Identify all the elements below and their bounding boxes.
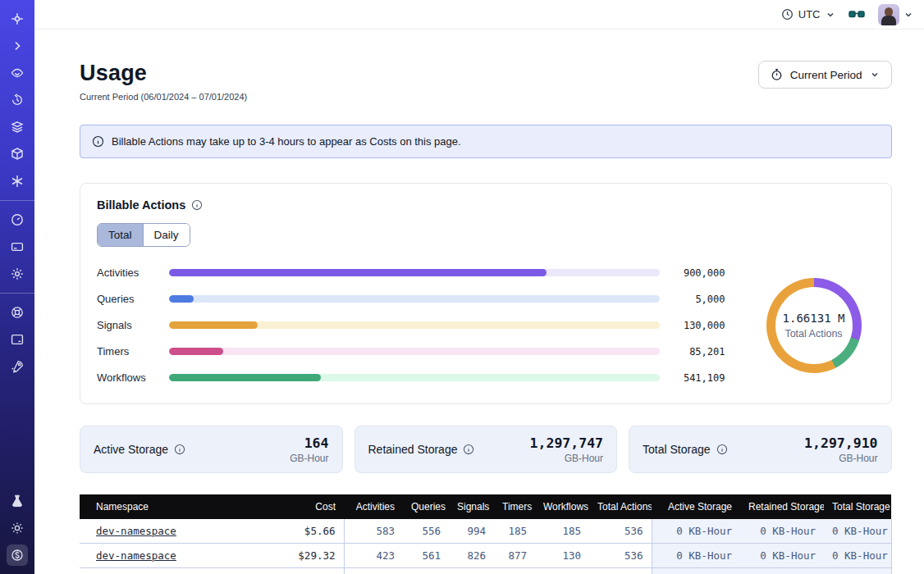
timezone-selector[interactable]: UTC — [781, 8, 835, 20]
bar-label: Signals — [97, 319, 169, 331]
nexus-asterisk-icon[interactable] — [7, 171, 28, 192]
info-icon[interactable] — [191, 199, 203, 211]
cell-retained-storage: 0 KB-Hour — [740, 544, 824, 568]
cell-timers: 816 — [494, 568, 535, 574]
bar-track — [169, 269, 660, 276]
workflows-cube-icon[interactable] — [7, 144, 28, 165]
cell-activities: 423 — [344, 544, 403, 568]
cell-total-storage: 0 KB-Hour — [824, 519, 891, 544]
stat-label: Active Storage — [94, 443, 168, 456]
bar-label: Workflows — [97, 371, 169, 384]
page-content: Usage Current Period (06/01/2024 – 07/01… — [34, 30, 924, 574]
usage-gauge-icon[interactable] — [7, 209, 28, 230]
cell-active-storage: 0 KB-Hour — [652, 519, 740, 544]
bar-value: 130,000 — [660, 320, 725, 331]
bar-row: Signals130,000 — [97, 319, 725, 331]
labs-flask-icon[interactable] — [7, 490, 28, 512]
cell-timers: 185 — [494, 519, 535, 544]
cell-signals: 826 — [449, 544, 494, 568]
bar-value: 541,109 — [660, 372, 725, 384]
support-lifebuoy-icon[interactable] — [7, 302, 28, 323]
cell-queries: 536 — [403, 568, 449, 574]
cell-namespace: dev-namespace — [80, 544, 286, 568]
billing-card-icon[interactable] — [7, 236, 28, 257]
billable-actions-chart: Activities900,000Queries5,000Signals130,… — [97, 266, 875, 384]
chevron-down-icon — [826, 10, 835, 20]
donut-chart: 1.66131 M Total Actions — [763, 275, 865, 376]
billable-actions-card: Billable Actions Total Daily Activities9… — [80, 183, 892, 404]
column-header: Namespace — [80, 494, 286, 519]
avatar-head — [885, 7, 893, 16]
column-header: Workflows — [535, 494, 589, 519]
cell-active-storage: 0 KB-Hour — [652, 568, 740, 574]
bar-value: 5,000 — [660, 294, 725, 305]
stat-label: Retained Storage — [368, 443, 458, 456]
bar-fill — [169, 295, 194, 303]
cell-total-actions: 130 — [589, 568, 652, 574]
column-header: Activities — [344, 494, 403, 519]
cell-total-storage: 0 KB-Hour — [824, 544, 891, 568]
cell-timers: 877 — [494, 544, 535, 568]
collapse-chevron-icon[interactable] — [7, 35, 28, 57]
cell-queries: 561 — [403, 544, 449, 568]
bar-label: Timers — [97, 345, 169, 358]
chevron-down-icon — [903, 10, 913, 20]
bar-value: 85,201 — [660, 346, 725, 358]
bar-fill — [169, 321, 258, 329]
usage-dollar-icon[interactable] — [7, 544, 28, 566]
app-root: UTC Usage Current Period (06/01/2024 – 0… — [0, 0, 924, 574]
cell-cost: $29.32 — [286, 544, 344, 568]
period-subtitle: Current Period (06/01/2024 – 07/01/2024) — [80, 92, 247, 102]
bar-label: Activities — [97, 266, 169, 279]
bar-value: 900,000 — [660, 267, 725, 279]
stat-label: Total Storage — [643, 443, 711, 456]
cli-terminal-icon[interactable] — [7, 329, 28, 350]
deployments-icon[interactable] — [7, 116, 28, 138]
stat-value: 1,297,747 — [530, 435, 603, 451]
account-menu[interactable] — [878, 4, 913, 25]
temporal-logo-icon[interactable] — [7, 8, 28, 30]
info-icon[interactable] — [174, 444, 185, 455]
retained-storage-card: Retained Storage 1,297,747 GB-Hour — [355, 426, 618, 473]
cell-workflows: 130 — [535, 544, 589, 568]
namespace-link[interactable]: dev-namespace — [96, 549, 176, 562]
feedback-glasses-icon[interactable] — [849, 9, 865, 20]
table-header-row: NamespaceCostActivitiesQueriesSignalsTim… — [80, 494, 891, 519]
column-header: Retained Storage — [740, 494, 824, 519]
info-icon[interactable] — [463, 444, 474, 455]
stat-unit: GB-Hour — [804, 453, 877, 464]
sidebar-divider — [0, 200, 34, 201]
bar-row: Workflows541,109 — [97, 371, 725, 384]
clock-icon — [781, 8, 794, 20]
stat-value: 1,297,910 — [804, 435, 877, 451]
column-header: Cost — [286, 494, 344, 519]
cell-cost: $3.35 — [286, 568, 344, 574]
cell-total-actions: 536 — [589, 544, 652, 568]
tab-daily[interactable]: Daily — [143, 224, 190, 246]
namespaces-icon[interactable] — [7, 62, 28, 84]
table-row: dev-namespace$29.324235618268771305360 K… — [80, 544, 891, 568]
table-row: dev-namespace$3.354925368838166001300 KB… — [80, 568, 891, 574]
table-row: dev-namespace$5.665835569941851855360 KB… — [80, 519, 891, 544]
topbar: UTC — [34, 0, 924, 30]
tab-total[interactable]: Total — [98, 224, 143, 246]
avatar-body — [881, 16, 896, 25]
getting-started-rocket-icon[interactable] — [7, 356, 28, 377]
column-header: Active Storage — [652, 494, 740, 519]
cell-total-storage: 0 KB-Hour — [824, 568, 891, 574]
sidebar-divider — [0, 293, 34, 294]
bar-label: Queries — [97, 293, 169, 305]
bar-track — [169, 295, 660, 303]
period-selector-button[interactable]: Current Period — [758, 61, 892, 89]
total-actions-value: 1.66131 M — [783, 312, 845, 325]
theme-sun-icon[interactable] — [7, 517, 28, 539]
stat-unit: GB-Hour — [530, 453, 603, 464]
total-actions-label: Total Actions — [784, 328, 842, 339]
bar-row: Queries5,000 — [97, 293, 725, 305]
schedules-icon[interactable] — [7, 89, 28, 111]
timezone-label: UTC — [798, 8, 821, 20]
namespace-link[interactable]: dev-namespace — [96, 525, 176, 537]
column-header: Total Actions — [589, 494, 652, 519]
settings-gear-icon[interactable] — [7, 263, 28, 285]
info-icon[interactable] — [716, 444, 728, 455]
